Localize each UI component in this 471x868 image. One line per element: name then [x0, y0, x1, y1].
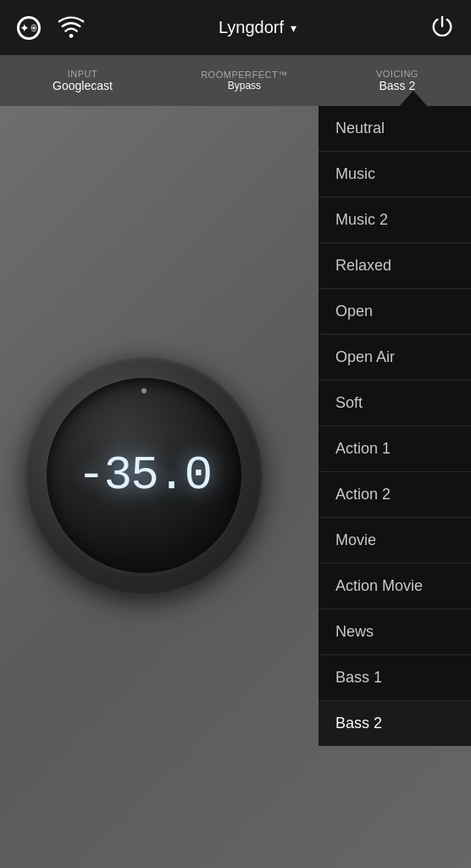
- dropdown-item-relaxed[interactable]: Relaxed: [319, 243, 471, 289]
- roomperfect-value: Bypass: [228, 80, 261, 92]
- gear-icon[interactable]: [17, 16, 41, 40]
- dropdown-item-open[interactable]: Open: [319, 289, 471, 335]
- top-bar: Lyngdorf ▾: [0, 0, 471, 55]
- roomperfect-label: ROOMPERFECT™: [201, 70, 288, 80]
- svg-point-1: [69, 33, 74, 37]
- svg-point-0: [32, 26, 35, 29]
- knob-outer: -35.0: [25, 357, 263, 594]
- dropdown-item-neutral[interactable]: Neutral: [319, 106, 471, 152]
- input-value: Googlecast: [53, 79, 113, 92]
- dropdown-arrow: [398, 91, 429, 108]
- dropdown-item-action-1[interactable]: Action 1: [319, 426, 471, 472]
- wifi-icon[interactable]: [58, 14, 85, 42]
- voicing-dropdown: NeutralMusicMusic 2RelaxedOpenOpen AirSo…: [319, 106, 471, 746]
- knob-inner: -35.0: [47, 378, 241, 573]
- volume-knob[interactable]: -35.0: [25, 357, 263, 594]
- dropdown-item-news[interactable]: News: [319, 609, 471, 655]
- dropdown-item-movie[interactable]: Movie: [319, 518, 471, 564]
- dropdown-items-container: NeutralMusicMusic 2RelaxedOpenOpen AirSo…: [319, 106, 471, 746]
- input-label: INPUT: [68, 69, 98, 79]
- input-section[interactable]: INPUT Googlecast: [53, 69, 113, 92]
- power-button[interactable]: [430, 14, 454, 42]
- voicing-label: VOICING: [376, 69, 418, 79]
- dropdown-item-bass-1[interactable]: Bass 1: [319, 655, 471, 701]
- roomperfect-section[interactable]: ROOMPERFECT™ Bypass: [201, 70, 288, 92]
- top-bar-center[interactable]: Lyngdorf ▾: [219, 18, 296, 37]
- top-bar-left: [17, 14, 85, 42]
- device-name: Lyngdorf: [219, 18, 284, 37]
- voicing-section[interactable]: VOICING Bass 2: [376, 69, 418, 92]
- dropdown-item-bass-2[interactable]: Bass 2: [319, 701, 471, 746]
- dropdown-item-action-2[interactable]: Action 2: [319, 472, 471, 518]
- volume-display: -35.0: [77, 448, 211, 503]
- dropdown-item-open-air[interactable]: Open Air: [319, 335, 471, 381]
- dropdown-item-soft[interactable]: Soft: [319, 381, 471, 426]
- dropdown-item-music[interactable]: Music: [319, 152, 471, 198]
- dropdown-item-music-2[interactable]: Music 2: [319, 198, 471, 243]
- knob-dot: [141, 388, 147, 393]
- main-area: -35.0 NeutralMusicMusic 2RelaxedOpenOpen…: [0, 106, 471, 868]
- dropdown-item-action-movie[interactable]: Action Movie: [319, 564, 471, 609]
- chevron-down-icon: ▾: [291, 21, 296, 35]
